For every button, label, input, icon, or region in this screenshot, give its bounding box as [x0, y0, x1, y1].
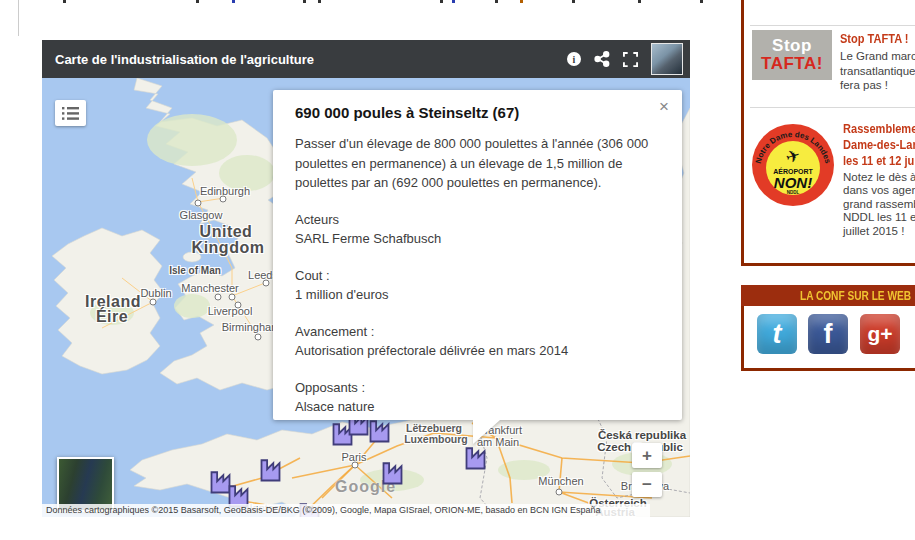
- nddl-badge-non: NON!: [774, 174, 812, 191]
- city-dot: [215, 294, 222, 301]
- stop-tafta-thumb-line2: TAFTA!: [761, 55, 823, 73]
- city-dot: [255, 334, 262, 341]
- popup-section: Acteurs SARL Ferme Schafbusch: [295, 210, 656, 249]
- popup-section: Avancement : Autorisation préfectorale d…: [295, 322, 656, 361]
- account-avatar[interactable]: [651, 43, 683, 75]
- factory-marker[interactable]: [462, 446, 489, 473]
- map-label-glasgow: Glasgow: [180, 209, 223, 221]
- divider: [750, 107, 915, 108]
- stop-tafta-body: Le Grand marc transatlantique fera pas !: [840, 49, 915, 93]
- info-icon[interactable]: i: [567, 52, 581, 66]
- map-label-liverpool: Liverpool: [208, 305, 253, 317]
- clipped-text-fragment: [196, 0, 199, 3]
- left-rule: [18, 0, 19, 36]
- clipped-text-fragment: [572, 0, 575, 3]
- city-dot: [556, 489, 563, 496]
- map-label-kingdom: Kingdom: [192, 239, 265, 257]
- map-header: Carte de l'industrialisation de l'agricu…: [42, 40, 690, 78]
- map-info-popup: × 690 000 poules à Steinseltz (67) Passe…: [273, 90, 682, 420]
- city-dot: [263, 280, 270, 287]
- map-label--ire: Éire: [96, 308, 128, 326]
- map-label-dublin: Dublin: [140, 287, 171, 299]
- nddl-body: Notez le dès à dans vos agen grand rasse…: [843, 171, 915, 238]
- twitter-icon[interactable]: t: [757, 314, 797, 354]
- divider: [750, 25, 915, 26]
- nddl-title[interactable]: Rassemblement Dame-des-Lande les 11 et 1…: [843, 121, 915, 169]
- close-icon[interactable]: ×: [659, 97, 669, 117]
- city-dot: [235, 302, 242, 309]
- clipped-text-fragment: [520, 0, 523, 3]
- legend-button[interactable]: [55, 100, 86, 126]
- web-section-header: LA CONF SUR LE WEB: [741, 285, 915, 306]
- city-dot: [150, 299, 157, 306]
- clipped-text-fragment: [700, 0, 703, 3]
- page: Carte de l'industrialisation de l'agricu…: [0, 0, 915, 540]
- city-dot: [195, 200, 202, 207]
- clipped-text-fragment: [452, 0, 455, 3]
- city-dot: [229, 294, 236, 301]
- map-label-birmingham: Birmingham: [222, 321, 281, 333]
- list-icon: [62, 107, 79, 120]
- popup-section: Cout : 1 million d'euros: [295, 266, 656, 305]
- clipped-text-fragment: [440, 0, 443, 3]
- zoom-controls: + −: [632, 443, 662, 497]
- nddl-badge-nddl: NDDL: [787, 190, 800, 195]
- factory-marker[interactable]: [379, 461, 406, 488]
- clipped-text-fragment: [495, 0, 498, 3]
- map-label-manchester: Manchester: [181, 282, 238, 294]
- popup-description: Passer d'un élevage de 800 000 poulettes…: [295, 134, 656, 193]
- stop-tafta-title[interactable]: Stop TAFTA !: [840, 31, 909, 47]
- nddl-badge[interactable]: Notre Dame des Landes ✈ AÉROPORT NON! ND…: [750, 122, 836, 208]
- popup-section: Opposants : Alsace nature: [295, 378, 656, 417]
- clipped-text-fragment: [232, 0, 235, 3]
- fullscreen-icon[interactable]: [623, 52, 638, 67]
- city-dot: [352, 462, 359, 469]
- popup-title: 690 000 poules à Steinseltz (67): [295, 104, 656, 121]
- map-canvas[interactable]: EdinburghGlasgowUnitedKingdomIsle of Man…: [42, 78, 690, 517]
- web-section-title: LA CONF SUR LE WEB: [779, 285, 915, 306]
- share-icon[interactable]: [594, 51, 610, 67]
- clipped-text-fragment: [303, 0, 306, 3]
- map-label--esk-republika: Česká republika: [598, 429, 686, 441]
- zoom-in-button[interactable]: +: [632, 443, 662, 468]
- sidebar-news-box: Stop TAFTA! Stop TAFTA ! Le Grand marc t…: [741, 0, 915, 266]
- popup-tail: [473, 420, 500, 444]
- city-dot: [220, 196, 227, 203]
- map-title: Carte de l'industrialisation de l'agricu…: [42, 52, 567, 67]
- map-label-luxembourg: Luxembourg: [404, 433, 468, 445]
- clipped-text-fragment: [318, 0, 321, 3]
- stop-tafta-thumbnail[interactable]: Stop TAFTA!: [752, 30, 832, 80]
- map-embed: Carte de l'industrialisation de l'agricu…: [42, 40, 690, 517]
- google-plus-icon[interactable]: g+: [860, 314, 900, 354]
- sidebar-social-box: tfg+: [741, 306, 915, 371]
- map-label-isle-of-man: Isle of Man: [169, 265, 221, 276]
- map-attribution: Données cartographiques ©2015 Basarsoft,…: [42, 504, 650, 517]
- facebook-icon[interactable]: f: [808, 314, 848, 354]
- clipped-text-fragment: [63, 0, 66, 3]
- popup-sections: Acteurs SARL Ferme SchafbuschCout : 1 mi…: [295, 210, 656, 417]
- zoom-out-button[interactable]: −: [632, 472, 662, 497]
- clipped-text-fragment: [638, 0, 641, 3]
- map-label-m-nchen: München: [538, 475, 583, 487]
- factory-marker[interactable]: [257, 458, 284, 485]
- factory-marker[interactable]: [366, 419, 393, 446]
- stop-tafta-thumb-line1: Stop: [772, 37, 812, 55]
